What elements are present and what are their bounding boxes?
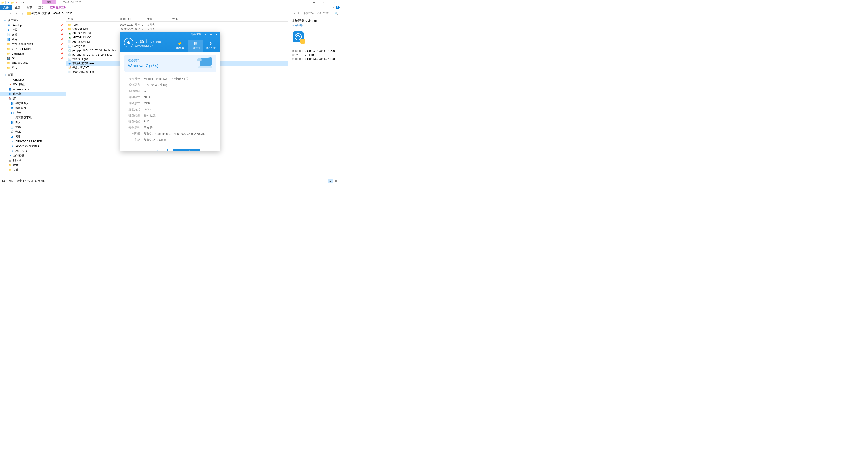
ribbon-tab-view[interactable]: 查看 [35, 5, 47, 10]
sidebar-item[interactable]: ☁ WPS网盘 [0, 82, 66, 87]
sidebar-item[interactable]: 📁 win7重装win7 [0, 61, 66, 66]
sidebar-item[interactable]: ☁ OneDrive [0, 77, 66, 82]
chevron-right-icon[interactable]: › [4, 155, 7, 157]
info-row: 系统盘符 C: [124, 88, 216, 94]
item-icon: 📁 [7, 48, 10, 51]
installer-dialog: 联系客服 ≡ ─ ✕ ♞ 云骑士 装机大师 www.yunqishi.net ⚡… [120, 32, 220, 152]
sidebar-item[interactable]: 🖥 DESKTOP-LSSOEDP [0, 139, 66, 144]
sidebar-item[interactable]: ⬇ 下载 📌 [0, 28, 66, 32]
sidebar-item[interactable]: › 📁 文件 [0, 167, 66, 172]
close-red-icon[interactable]: ✕ [15, 1, 18, 4]
nav-forward-button[interactable]: → [7, 11, 13, 16]
chevron-right-icon[interactable]: › [31, 12, 32, 15]
sidebar-item[interactable]: 📁 excel表格制作求和 📌 [0, 42, 66, 46]
breadcrumb-item[interactable]: 此电脑 [32, 11, 40, 15]
installer-nav-item[interactable]: ▦ 一键装机 [188, 39, 203, 52]
chevron-right-icon[interactable]: › [4, 98, 7, 100]
sidebar-item[interactable]: 💾 G:\ 📌 [0, 56, 66, 61]
sidebar-item[interactable]: 🖼 本机照片 [0, 106, 66, 111]
folder-icon[interactable]: 📁 [11, 1, 14, 4]
menu-icon[interactable]: ≡ [203, 33, 208, 36]
breadcrumb-item[interactable]: 文档 (E:) [42, 11, 53, 15]
dropdown-icon[interactable]: ▾ [293, 11, 296, 16]
check-icon[interactable]: ✓ [6, 1, 10, 4]
sidebar-item[interactable]: 📄 文档 [0, 125, 66, 129]
column-header-size[interactable]: 大小 [170, 17, 188, 21]
search-icon[interactable]: 🔍 [335, 12, 338, 15]
sidebar-item[interactable]: ›📚 库 [0, 96, 66, 101]
svg-rect-2 [301, 39, 305, 44]
chevron-right-icon[interactable]: › [4, 159, 7, 162]
sidebar-item[interactable]: 🎞 视频 [0, 111, 66, 115]
ribbon-tab-apptools[interactable]: 应用程序工具 [47, 5, 70, 10]
view-icons-button[interactable]: ▦ [333, 179, 338, 183]
breadcrumb-item[interactable]: Win7x64_2020 [54, 12, 72, 15]
sidebar-item[interactable]: 🖼 图片 [0, 120, 66, 125]
installer-nav-item[interactable]: ⚡ 启动U盘 [172, 39, 188, 52]
nav-back-button[interactable]: ← [1, 11, 6, 16]
sidebar-item[interactable]: ☁ 天翼云盘下载 [0, 115, 66, 120]
sidebar-group-desktop[interactable]: 🖥 桌面 [0, 72, 66, 77]
chevron-right-icon[interactable]: › [4, 164, 7, 166]
chevron-right-icon[interactable]: › [4, 169, 7, 171]
prepare-label: 准备安装: [128, 59, 158, 63]
view-details-button[interactable]: ☰ [328, 179, 333, 183]
file-row[interactable]: 📁U盘安装教程 2020/12/25, 星期五 1... 文件夹 [66, 27, 288, 31]
ribbon-expand-button[interactable]: ⌄ [331, 5, 336, 9]
refresh-icon[interactable]: ↻ [19, 1, 22, 4]
chevron-right-icon[interactable]: › [4, 93, 7, 95]
sidebar-item[interactable]: › ⚙ 控制面板 [0, 153, 66, 158]
sidebar-item[interactable]: 🖼 保存的图片 [0, 101, 66, 106]
column-header-date[interactable]: 修改日期 [118, 17, 145, 21]
prev-button[interactable]: 上一步 [141, 149, 168, 152]
refresh-icon[interactable]: ↻ [297, 11, 301, 16]
minimize-button[interactable]: ─ [208, 33, 214, 36]
sidebar-item[interactable]: › 🗑 回收站 [0, 158, 66, 163]
chevron-right-icon[interactable]: › [53, 12, 54, 15]
sidebar-item[interactable]: 👤 Administrator [0, 87, 66, 92]
search-input[interactable]: 搜索"Win7x64_2020" 🔍 [303, 11, 339, 16]
ribbon-context-tab[interactable]: 管理 [42, 0, 56, 4]
minimize-button[interactable]: ─ [309, 0, 319, 5]
item-icon: ☁ [8, 83, 12, 86]
sidebar-item[interactable]: 📁 Bandicam 📌 [0, 51, 66, 56]
sidebar-item[interactable]: ›🖥 此电脑 [0, 92, 66, 96]
column-header-type[interactable]: 类型 [145, 17, 170, 21]
sidebar-item[interactable]: › 📁 软件 [0, 163, 66, 167]
installer-nav-item[interactable]: e 官方网址 [203, 39, 218, 52]
ribbon-tab-file[interactable]: 文件 [0, 5, 12, 10]
help-icon[interactable]: ? [336, 6, 340, 9]
sidebar-item[interactable]: 📄 文档 📌 [0, 32, 66, 37]
ribbon-tab-share[interactable]: 共享 [24, 5, 35, 10]
file-row[interactable]: 📁Tools 2020/12/25, 星期五 1... 文件夹 [66, 23, 288, 27]
sidebar-item[interactable]: 🖥 ZMT2019 [0, 149, 66, 153]
breadcrumb[interactable]: › 此电脑 › 文档 (E:) › Win7x64_2020 ▾ ↻ [26, 11, 302, 16]
sidebar-item[interactable]: 🖥 PC-20190530OBLA [0, 144, 66, 149]
chevron-right-icon[interactable]: › [7, 136, 9, 138]
item-icon: 🖼 [10, 107, 14, 110]
info-value: Microsoft Windows 10 企业版 64 位 [144, 77, 189, 81]
info-label: 主板 [124, 138, 140, 142]
sidebar-item[interactable]: 📁 图片 [0, 66, 66, 70]
sidebar-item[interactable]: 🎵 音乐 [0, 129, 66, 134]
ribbon-tab-home[interactable]: 主页 [12, 5, 24, 10]
sidebar-item-network[interactable]: › 🖧 网络 [0, 134, 66, 139]
next-button[interactable]: 下一步 [173, 149, 200, 152]
file-type: 文件夹 [145, 27, 170, 31]
contact-support-button[interactable]: 联系客服 [190, 32, 203, 37]
close-button[interactable]: ✕ [330, 0, 340, 5]
maximize-button[interactable]: ☐ [319, 0, 330, 5]
sidebar-item[interactable]: 🖼 图片 📌 [0, 37, 66, 42]
info-row: 操作系统 Microsoft Windows 10 企业版 64 位 [124, 76, 216, 82]
column-header-name[interactable]: 名称⌃ [66, 17, 118, 21]
nav-up-button[interactable]: ↑ [20, 11, 25, 16]
chevron-right-icon[interactable]: › [41, 12, 41, 15]
item-icon: 🎞 [10, 112, 14, 115]
sidebar-item[interactable]: 🖥 Desktop 📌 [0, 23, 66, 28]
sidebar-item[interactable]: 📁 YUNQISHI2019 📌 [0, 46, 66, 51]
sidebar-group-quickaccess[interactable]: ★ 快速访问 [0, 18, 66, 23]
folder-icon[interactable]: 📁 [1, 1, 4, 4]
close-button[interactable]: ✕ [214, 33, 219, 36]
qat-dropdown[interactable]: ▾ [23, 2, 25, 4]
nav-recent-dropdown[interactable]: ▾ [13, 11, 19, 16]
